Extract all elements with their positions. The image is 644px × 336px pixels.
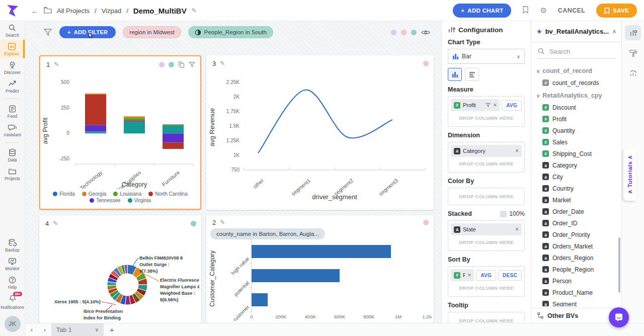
add-tab-button[interactable]: + <box>110 325 114 334</box>
filter-funnel-icon[interactable] <box>43 28 52 37</box>
chart-config-tool[interactable] <box>625 25 641 40</box>
field-Sales[interactable]: #Sales <box>536 136 621 148</box>
vertical-bar-toggle[interactable] <box>448 68 462 81</box>
field-Order_Priority[interactable]: aOrder_Priority <box>536 229 621 240</box>
field-Product_Name[interactable]: aProduct_Name <box>536 287 621 298</box>
edit-chart-icon[interactable]: ✎ <box>220 219 225 226</box>
field-Country[interactable]: aCountry <box>536 183 621 194</box>
sort-by-dropzone[interactable]: # Profit ( × AVG DESC DROP COLUMN HERE <box>448 266 525 297</box>
sidebar-item-explore[interactable]: Explore <box>0 40 25 58</box>
field-City[interactable]: aCity <box>536 171 621 183</box>
field-Market[interactable]: aMarket <box>536 194 621 206</box>
add-filter-button[interactable]: + ADD FILTER <box>59 26 116 38</box>
remove-chip-icon[interactable]: × <box>493 102 497 109</box>
field-count_of_records[interactable]: #count_of_records <box>536 77 621 89</box>
field-Shipping_Cost[interactable]: #Shipping_Cost <box>536 148 621 159</box>
field-Segment[interactable]: aSegment <box>536 298 621 306</box>
scrollbar-thumb[interactable] <box>618 237 620 293</box>
sort-direction-button[interactable]: DESC <box>498 270 522 281</box>
settings-gear-icon[interactable]: ⚙ <box>540 6 546 15</box>
link-dot-teal[interactable] <box>411 30 417 35</box>
sidebar-item-help[interactable]: Help <box>0 273 25 292</box>
eye-icon[interactable] <box>421 29 430 36</box>
sidebar-item-discover[interactable]: Discover <box>0 58 25 77</box>
horizontal-bar-toggle[interactable] <box>465 68 479 81</box>
measure-agg-button[interactable]: AVG <box>502 100 522 111</box>
duplicate-icon[interactable] <box>178 61 185 68</box>
sidebar-item-feed[interactable]: Feed <box>0 102 25 121</box>
user-avatar[interactable]: JK <box>5 316 21 332</box>
stacked-chip-state[interactable]: a State × <box>451 223 522 235</box>
sort-agg-button[interactable]: AVG <box>476 270 496 281</box>
dimension-dropzone[interactable]: a Category × DROP COLUMN HERE <box>448 142 525 173</box>
legend-item-Georgia[interactable]: Georgia <box>82 191 107 197</box>
tab-scroll-left-icon[interactable]: ‹ <box>25 326 38 333</box>
field-Orders_Region[interactable]: aOrders_Region <box>536 252 621 264</box>
chart-card-2[interactable]: 2 ✎ county_name in Barton, Barron, Augla… <box>206 215 434 323</box>
field-Order_Date[interactable]: aOrder_Date <box>536 206 621 217</box>
tutorials-tab[interactable]: ∧ Tutorials ∧ <box>623 148 636 201</box>
analytics-tool[interactable] <box>625 65 641 80</box>
search-input[interactable] <box>549 48 605 55</box>
sidebar-item-search[interactable]: Search <box>0 21 25 40</box>
other-bvs-row[interactable]: Other BVs ∨ <box>531 308 621 323</box>
link-dot-pink[interactable] <box>423 220 429 225</box>
sidebar-item-notifications[interactable]: 99+ Notifications <box>0 292 25 312</box>
tellius-logo[interactable] <box>0 0 25 21</box>
breadcrumb-vizpad[interactable]: Vizpad <box>102 7 122 15</box>
link-dot-pink[interactable] <box>423 61 429 66</box>
filter-chip-people-region[interactable]: People_Region in South <box>188 26 273 38</box>
bookmark-icon[interactable] <box>522 6 529 15</box>
sidebar-item-projects[interactable]: Projects <box>0 164 25 183</box>
filter-chip-region[interactable]: region in Midwest <box>123 26 181 38</box>
legend-item-Louisiana[interactable]: Louisiana <box>113 191 141 197</box>
tab-scroll-right-icon[interactable]: › <box>38 326 51 333</box>
field-Discount[interactable]: #Discount <box>536 102 621 113</box>
business-view-title[interactable]: bv_RetailAnalytics... <box>545 28 609 35</box>
remove-chip-icon[interactable]: × <box>467 272 471 279</box>
back-arrow-icon[interactable]: ← <box>31 7 39 15</box>
save-button[interactable]: SAVE <box>596 4 637 18</box>
remove-chip-icon[interactable]: × <box>515 147 519 154</box>
stacked-dropzone[interactable]: a State × DROP COLUMN HERE <box>448 220 525 251</box>
edit-chart-icon[interactable]: ✎ <box>53 220 58 227</box>
chart-filter-chip[interactable]: county_name in Barton, Barron, Augla... <box>210 228 325 239</box>
sort-chip-profit[interactable]: # Profit ( × <box>451 269 474 281</box>
legend-item-Florida[interactable]: Florida <box>53 191 75 197</box>
format-tool[interactable] <box>625 45 641 60</box>
legend-item-Virginia[interactable]: Virginia <box>128 198 151 203</box>
add-chart-button[interactable]: + ADD CHART <box>453 4 511 18</box>
dimension-chip-category[interactable]: a Category × <box>451 145 522 157</box>
tab-1[interactable]: Tab 1 ∨ <box>51 323 104 336</box>
star-icon[interactable]: ★ <box>536 28 542 35</box>
sidebar-item-backup[interactable]: Backup <box>0 236 25 255</box>
field-group-RetailAnalytics_cpy[interactable]: ∨RetailAnalytics_cpy <box>536 92 621 99</box>
chart-type-select[interactable]: Bar ∨ <box>448 49 525 64</box>
link-dot-lavender[interactable] <box>159 62 165 67</box>
measure-dropzone[interactable]: # Profit × AVG DROP COLUMN HERE <box>448 96 525 127</box>
link-dot-pink[interactable] <box>401 30 407 35</box>
rename-icon[interactable]: ✎ <box>192 7 197 14</box>
field-search[interactable] <box>537 47 615 59</box>
field-People_Region[interactable]: aPeople_Region <box>536 264 621 275</box>
edit-chart-icon[interactable]: ✎ <box>220 60 225 67</box>
field-Person[interactable]: aPerson <box>536 275 621 287</box>
legend-item-Tennessee[interactable]: Tennessee <box>90 198 120 203</box>
field-Order_ID[interactable]: aOrder_ID <box>536 217 621 229</box>
link-dot-lavender[interactable] <box>391 30 396 35</box>
sidebar-item-monitor[interactable]: Monitor <box>0 255 25 273</box>
tooltip-dropzone[interactable]: DROP COLUMN HERE <box>448 312 525 323</box>
stacked-100-checkbox[interactable] <box>500 211 507 217</box>
measure-chip-profit[interactable]: # Profit × <box>451 99 500 111</box>
field-group-count_of_record[interactable]: ∨count_of_record <box>536 67 621 74</box>
chart-card-4[interactable]: 4 ✎ Belkin F9M820V08 8Outlet Surge :9(7.… <box>39 215 201 323</box>
chart-card-3[interactable]: 3 ✎ 2.25K2K1.75K1.5K1.25K1K750othersegme… <box>206 55 434 210</box>
sidebar-item-assistant[interactable]: Assistant <box>0 121 25 139</box>
link-dot-teal[interactable] <box>191 221 196 226</box>
chip-filter-icon[interactable] <box>486 103 491 108</box>
chart-filter-icon[interactable] <box>189 61 195 68</box>
cancel-button[interactable]: CANCEL <box>558 7 585 14</box>
color-by-dropzone[interactable]: DROP COLUMN HERE <box>448 188 525 205</box>
link-dot-teal[interactable] <box>169 62 174 67</box>
field-Profit[interactable]: #Profit <box>536 113 621 125</box>
